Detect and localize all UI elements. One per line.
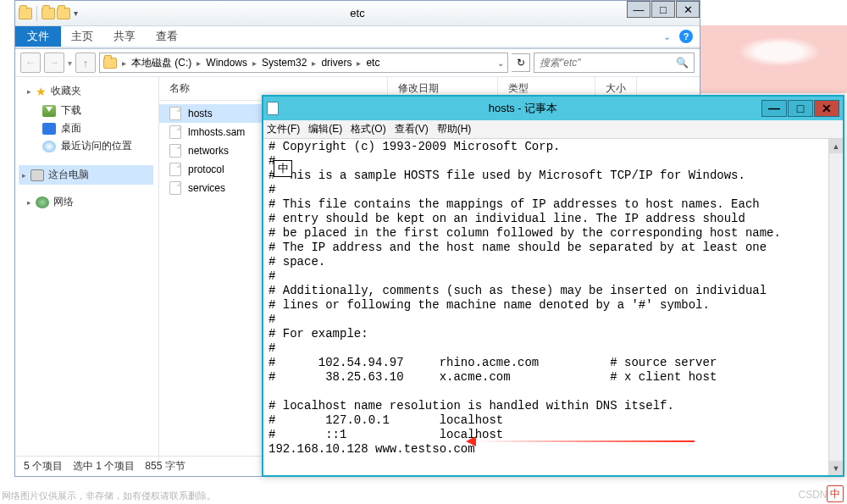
close-button[interactable]: ✕ — [676, 1, 700, 18]
address-dropdown-icon[interactable]: ⌄ — [497, 58, 504, 68]
menu-file[interactable]: 文件(F) — [267, 122, 300, 136]
collapse-icon: ▸ — [27, 198, 31, 207]
folder-icon — [19, 8, 32, 19]
maximize-button[interactable]: □ — [651, 1, 675, 18]
ribbon-tab-home[interactable]: 主页 — [61, 26, 103, 47]
notepad-menu: 文件(F) 编辑(E) 格式(O) 查看(V) 帮助(H) — [263, 120, 843, 139]
close-button[interactable]: ✕ — [814, 100, 839, 117]
notepad-window: hosts - 记事本 — □ ✕ 文件(F) 编辑(E) 格式(O) 查看(V… — [262, 95, 844, 477]
star-icon: ★ — [36, 85, 47, 98]
desktop-icon — [42, 123, 56, 135]
nav-up-button[interactable]: ↑ — [75, 53, 96, 73]
status-size: 855 字节 — [145, 459, 185, 474]
breadcrumb-item[interactable]: drivers — [321, 57, 352, 69]
address-bar-row: ← → ▾ ↑ ▸ 本地磁盘 (C:) ▸ Windows ▸ System32… — [15, 49, 700, 76]
scroll-up-icon[interactable]: ▲ — [829, 139, 843, 153]
breadcrumb-item[interactable]: Windows — [206, 57, 247, 69]
notepad-text[interactable]: # Copyright (c) 1993-2009 Microsoft Corp… — [263, 139, 843, 457]
help-icon[interactable]: ? — [679, 30, 693, 43]
menu-help[interactable]: 帮助(H) — [437, 122, 472, 136]
document-icon — [267, 102, 279, 115]
sidebar-item-network[interactable]: ▸ 网络 — [27, 195, 158, 209]
nav-history-dropdown[interactable]: ▾ — [68, 58, 72, 68]
file-name: networks — [188, 145, 229, 157]
vertical-scrollbar[interactable]: ▲ ▼ — [828, 139, 843, 475]
network-icon — [36, 197, 49, 208]
ribbon-tab-share[interactable]: 共享 — [103, 26, 146, 47]
menu-view[interactable]: 查看(V) — [395, 122, 429, 136]
menu-edit[interactable]: 编辑(E) — [308, 122, 342, 136]
drive-icon — [103, 58, 117, 69]
maximize-button[interactable]: □ — [788, 100, 813, 117]
recent-icon — [42, 141, 56, 152]
notepad-title: hosts - 记事本 — [285, 101, 761, 116]
notepad-titlebar[interactable]: hosts - 记事本 — □ ✕ — [263, 97, 843, 120]
search-input[interactable]: 搜索"etc" 🔍 — [534, 53, 695, 73]
file-icon — [169, 144, 181, 158]
scroll-down-icon[interactable]: ▼ — [829, 461, 843, 475]
pc-icon — [30, 169, 44, 181]
file-name: lmhosts.sam — [188, 126, 245, 138]
file-menu[interactable]: 文件 — [15, 26, 61, 47]
status-selection: 选中 1 个项目 — [73, 459, 135, 474]
status-count: 5 个项目 — [24, 459, 63, 474]
breadcrumb-item[interactable]: etc — [366, 57, 379, 69]
file-icon — [169, 163, 181, 176]
file-icon — [169, 181, 181, 195]
refresh-button[interactable]: ↻ — [512, 53, 530, 72]
ribbon-expand-icon[interactable]: ⌄ — [663, 31, 671, 42]
qat-dropdown[interactable]: ▾ — [74, 8, 78, 18]
menu-format[interactable]: 格式(O) — [351, 122, 385, 136]
window-title: etc — [350, 7, 364, 19]
breadcrumb-item[interactable]: System32 — [262, 57, 307, 69]
chevron-right-icon[interactable]: ▸ — [197, 58, 201, 68]
file-icon — [169, 107, 181, 120]
nav-forward-button[interactable]: → — [44, 53, 64, 73]
nav-back-button[interactable]: ← — [20, 53, 41, 73]
sidebar-label: 收藏夹 — [51, 84, 81, 98]
ime-corner-icon[interactable]: 中 — [827, 485, 844, 502]
search-icon: 🔍 — [676, 57, 689, 69]
ribbon-tabs: 文件 主页 共享 查看 ⌄ ? — [15, 26, 700, 47]
minimize-button[interactable]: — — [627, 1, 650, 18]
sidebar: ▸ ★ 收藏夹 下载 桌面 最近访问的位置 ▸ 这台电脑 ▸ — [15, 77, 159, 460]
chevron-right-icon[interactable]: ▸ — [122, 58, 126, 68]
sidebar-item-thispc[interactable]: ▸ 这台电脑 — [19, 165, 153, 185]
separator — [36, 6, 37, 21]
chevron-right-icon[interactable]: ▸ — [357, 58, 361, 68]
sidebar-item-desktop[interactable]: 桌面 — [27, 119, 158, 137]
watermark-text: 网络图片仅供展示，非存储，如有侵权请联系删除。 — [2, 490, 216, 502]
search-placeholder: 搜索"etc" — [540, 56, 581, 70]
folder-icon[interactable] — [57, 8, 70, 19]
ime-indicator[interactable]: 中 — [274, 160, 292, 177]
background-smudge — [720, 30, 839, 73]
breadcrumb-item[interactable]: 本地磁盘 (C:) — [131, 56, 191, 70]
sidebar-item-recent[interactable]: 最近访问的位置 — [27, 137, 158, 155]
collapse-icon: ▸ — [22, 171, 26, 180]
file-name: services — [188, 182, 225, 194]
ribbon-tab-view[interactable]: 查看 — [146, 26, 188, 47]
file-name: protocol — [188, 163, 224, 175]
notepad-body: # Copyright (c) 1993-2009 Microsoft Corp… — [263, 139, 843, 475]
sidebar-group-favorites[interactable]: ▸ ★ 收藏夹 — [27, 84, 158, 98]
collapse-icon: ▸ — [27, 87, 31, 96]
sidebar-item-downloads[interactable]: 下载 — [27, 102, 158, 119]
chevron-right-icon[interactable]: ▸ — [252, 58, 257, 68]
address-bar[interactable]: ▸ 本地磁盘 (C:) ▸ Windows ▸ System32 ▸ drive… — [99, 53, 508, 73]
chevron-right-icon[interactable]: ▸ — [312, 58, 316, 68]
explorer-titlebar[interactable]: ▾ etc — □ ✕ — [15, 1, 700, 26]
download-icon — [42, 105, 56, 117]
file-icon — [169, 125, 181, 139]
folder-icon[interactable] — [42, 8, 55, 19]
file-name: hosts — [188, 108, 213, 119]
minimize-button[interactable]: — — [761, 100, 787, 117]
